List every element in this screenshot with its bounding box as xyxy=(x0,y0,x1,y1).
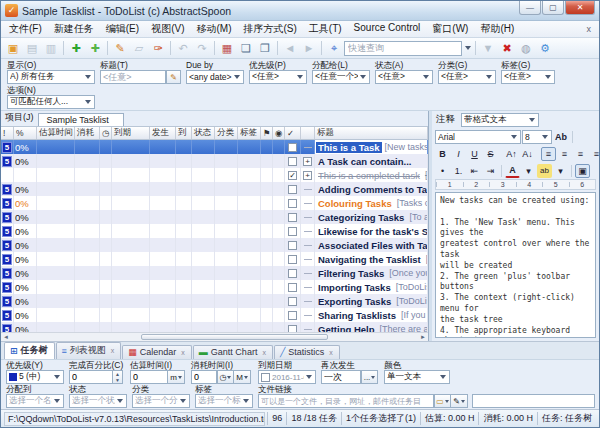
priority-select[interactable]: 5 (中) xyxy=(6,370,64,384)
align-left-button[interactable]: ≡ xyxy=(541,147,556,161)
filter-priority-select[interactable]: <任意> xyxy=(249,70,307,84)
filter-title-input[interactable] xyxy=(100,70,166,84)
task-row[interactable]: 50%Colouring Tasks[Tasks can be colour c… xyxy=(1,196,428,210)
task-row[interactable]: 50%+A Task can contain... xyxy=(1,154,428,168)
menu-move[interactable]: 移动(M) xyxy=(190,21,237,37)
scroll-right-icon[interactable]: ► xyxy=(418,333,428,341)
password-lock-icon[interactable]: ◍ xyxy=(517,40,535,57)
task-done-checkbox[interactable] xyxy=(288,241,297,250)
minimize-button[interactable]: — xyxy=(519,1,541,15)
task-done-checkbox[interactable] xyxy=(288,213,297,222)
strikethrough-button[interactable]: S xyxy=(483,147,498,161)
filter-category-select[interactable]: <任意> xyxy=(438,70,496,84)
allocto-select[interactable]: 选择一个名称 xyxy=(6,394,64,408)
task-row[interactable]: 50%Adding Comments to Tasks[Comments are… xyxy=(1,182,428,196)
font-name-select[interactable]: Arial xyxy=(435,130,521,144)
filter-dueby-select[interactable]: <any date> xyxy=(186,70,244,84)
col-flag-icon[interactable]: ⚑ xyxy=(261,127,273,139)
tab-list-view[interactable]: ≡列表视图x xyxy=(56,342,122,359)
task-row[interactable]: 50%Importing Tasks[ToDoList is able to i… xyxy=(1,280,428,294)
align-justify-button[interactable]: ≡ xyxy=(589,147,600,161)
close-tab-icon[interactable]: x xyxy=(179,349,185,356)
menu-view[interactable]: 视图(V) xyxy=(145,21,190,37)
filelink-browse-button[interactable]: ▭ xyxy=(434,394,451,408)
filter-options-select[interactable]: 可匹配任何人... xyxy=(7,95,95,109)
spent-time-unit-select[interactable]: M xyxy=(234,370,251,384)
font-color-arrow[interactable]: ▾ xyxy=(521,164,536,178)
col-category[interactable]: 分类 xyxy=(215,127,238,139)
task-row[interactable]: 50%Navigating the Tasklist[ToDoList can … xyxy=(1,252,428,266)
indent-button[interactable]: ⇥ xyxy=(483,164,498,178)
filelink-edit-button[interactable]: ✎ xyxy=(451,394,468,408)
color-select[interactable]: 单一文本 xyxy=(384,370,450,384)
due-date-checkbox[interactable] xyxy=(261,373,270,382)
col-spent[interactable]: 消耗 xyxy=(75,127,100,139)
task-done-checkbox[interactable] xyxy=(288,157,297,166)
col-lock-icon[interactable]: ◉ xyxy=(273,127,285,139)
task-row[interactable]: 50%Getting Help[There are a number of re… xyxy=(1,322,428,332)
new-subtask-icon[interactable]: ✚ xyxy=(86,40,104,57)
close-button[interactable]: ✕ xyxy=(565,1,595,15)
category-select[interactable]: 选择一个分类 xyxy=(132,394,190,408)
col-title[interactable]: 标题 xyxy=(315,127,428,139)
filelink-input[interactable] xyxy=(258,394,434,408)
spent-time-input[interactable] xyxy=(191,370,217,384)
task-color-icon[interactable]: ✑ xyxy=(149,40,167,57)
percent-input[interactable] xyxy=(69,370,113,384)
priority-color-icon[interactable]: ▦ xyxy=(218,40,236,57)
task-done-checkbox[interactable] xyxy=(288,255,297,264)
close-tab-icon[interactable]: x xyxy=(109,347,115,354)
menu-new-task[interactable]: 新建任务 xyxy=(48,21,100,37)
align-right-button[interactable]: ≡ xyxy=(573,147,588,161)
numbered-list-button[interactable]: 1. xyxy=(451,164,466,178)
task-done-checkbox[interactable] xyxy=(288,269,297,278)
menubar-close-icon[interactable]: x xyxy=(581,24,598,34)
col-to[interactable]: 到 xyxy=(176,127,192,139)
close-tab-icon[interactable]: x xyxy=(327,349,333,356)
task-row[interactable]: 50%Categorizing Tasks[To add an category… xyxy=(1,210,428,224)
align-center-button[interactable]: ≡ xyxy=(557,147,572,161)
menu-tools[interactable]: 工具(T) xyxy=(303,21,348,37)
menu-sort[interactable]: 排序方式(S) xyxy=(237,21,302,37)
maximize-button[interactable]: ▢ xyxy=(542,1,564,15)
tab-calendar[interactable]: ▦Calendarx xyxy=(122,345,192,359)
quick-search-dropdown-arrow[interactable] xyxy=(463,42,472,54)
filter-allocto-select[interactable]: <任意一个> xyxy=(312,70,370,84)
task-done-checkbox[interactable] xyxy=(288,143,297,152)
col-due[interactable]: 到期 xyxy=(112,127,150,139)
format-options-button[interactable]: ▣ xyxy=(575,164,590,178)
comments-text-area[interactable]: New tasks can be created using: 1. The '… xyxy=(435,192,596,338)
bold-button[interactable]: B xyxy=(435,147,450,161)
filelink-extra-input[interactable] xyxy=(472,394,595,408)
expand-plus-icon[interactable]: + xyxy=(303,157,312,166)
project-tab[interactable]: Sample Tasklist xyxy=(38,113,124,126)
font-dialog-button[interactable]: Ab xyxy=(553,130,569,144)
col-start[interactable]: 发生 xyxy=(150,127,176,139)
est-time-unit-select[interactable]: m xyxy=(168,370,185,384)
highlight-arrow[interactable]: ▾ xyxy=(553,164,568,178)
horizontal-scrollbar[interactable]: ◄ ► xyxy=(1,332,428,341)
menu-file[interactable]: 文件(F) xyxy=(3,21,48,37)
task-done-checkbox[interactable] xyxy=(288,297,297,306)
scroll-left-icon[interactable]: ◄ xyxy=(1,333,11,341)
tab-statistics[interactable]: ╱Statisticsx xyxy=(274,345,340,359)
col-status[interactable]: 状态 xyxy=(192,127,215,139)
maximize-tasklist-icon[interactable]: ❏ xyxy=(237,40,255,57)
task-done-checkbox[interactable] xyxy=(288,283,297,292)
font-color-button[interactable]: A xyxy=(505,164,520,178)
clear-filter-icon[interactable]: ✖ xyxy=(498,40,516,57)
close-tab-icon[interactable]: x xyxy=(260,349,266,356)
bullet-list-button[interactable]: • xyxy=(435,164,450,178)
recurrence-browse-button[interactable]: ... xyxy=(361,370,378,384)
task-done-checkbox[interactable] xyxy=(288,199,297,208)
task-row[interactable]: 50%Associated Files with Tasks[The File … xyxy=(1,238,428,252)
time-track-button[interactable]: ◷ xyxy=(217,370,234,384)
col-priority[interactable]: ! xyxy=(1,127,14,139)
scrollbar-thumb[interactable] xyxy=(141,334,328,340)
col-expand[interactable] xyxy=(301,127,315,139)
new-task-icon[interactable]: ✚ xyxy=(67,40,85,57)
underline-button[interactable]: U xyxy=(467,147,482,161)
task-done-checkbox[interactable] xyxy=(288,227,297,236)
task-done-checkbox[interactable] xyxy=(288,325,297,333)
expand-plus-icon[interactable]: + xyxy=(303,171,312,180)
